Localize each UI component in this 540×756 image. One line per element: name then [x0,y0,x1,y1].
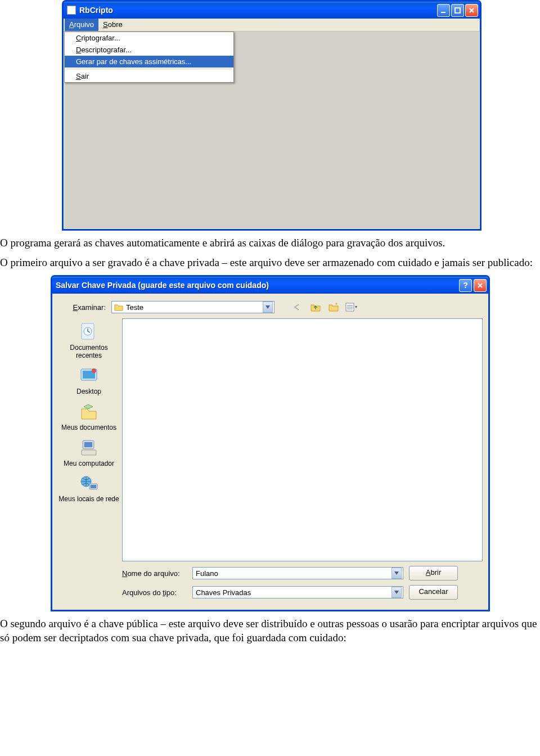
maximize-button[interactable] [451,4,464,17]
menu-item-descriptografar[interactable]: Descriptografar... [65,44,233,56]
folder-icon [114,303,123,311]
open-button[interactable]: Abrir [409,566,458,580]
dialog-title: Salvar Chave Privada (guarde este arquiv… [56,281,459,290]
rbcripto-window: RbCripto Arquivo Sobre [62,0,482,231]
chevron-down-icon[interactable] [392,587,402,598]
look-in-value: Teste [126,303,263,312]
network-icon [78,472,100,494]
chevron-down-icon[interactable] [263,302,273,313]
desktop-icon [78,364,100,387]
places-bar: Documentos recentes Desktop Meus documen… [58,318,120,561]
new-folder-icon[interactable] [327,301,340,313]
place-mydocs[interactable]: Meus documentos [58,400,120,435]
menu-arquivo[interactable]: Arquivo [65,19,98,31]
examinar-label: Examinar: [58,303,106,312]
menubar: Arquivo Sobre [64,19,480,32]
view-menu-icon[interactable] [345,301,358,313]
place-recent-docs[interactable]: Documentos recentes [58,321,120,363]
svg-rect-13 [82,450,96,455]
help-button[interactable]: ? [459,279,472,292]
minimize-button[interactable] [437,4,450,17]
filename-label: Nome do arquivo: [122,569,187,578]
computer-icon [78,436,100,459]
cancel-button[interactable]: Cancelar [409,585,458,600]
svg-point-10 [92,368,96,373]
close-button[interactable] [465,4,478,17]
paragraph-2: O primeiro arquivo a ser gravado é a cha… [0,256,540,270]
save-dialog: Salvar Chave Privada (guarde este arquiv… [51,275,490,611]
dialog-titlebar[interactable]: Salvar Chave Privada (guarde este arquiv… [52,277,488,294]
menu-item-sair[interactable]: Sair [65,70,233,82]
svg-rect-12 [84,442,92,447]
window-title: RbCripto [79,6,437,15]
menu-item-gerar-chaves[interactable]: Gerar par de chaves assimétricas... [65,56,233,68]
back-icon[interactable] [291,301,304,313]
chevron-down-icon[interactable] [392,568,402,579]
app-icon [67,6,76,15]
up-folder-icon[interactable] [309,301,322,313]
mydocs-icon [78,400,100,423]
svg-rect-0 [441,12,446,13]
svg-rect-1 [455,8,460,13]
menu-separator [66,69,232,69]
place-desktop[interactable]: Desktop [58,364,120,399]
look-in-combo[interactable]: Teste [111,301,274,313]
paragraph-1: O programa gerará as chaves automaticame… [0,236,540,250]
titlebar[interactable]: RbCripto [64,2,480,19]
place-network[interactable]: Meus locais de rede [58,472,120,507]
svg-rect-16 [91,485,96,488]
file-listing[interactable] [122,318,483,561]
filetype-field[interactable]: Chaves Privadas [192,586,403,598]
menu-sobre[interactable]: Sobre [98,19,127,31]
dialog-close-button[interactable] [474,279,487,292]
recent-docs-icon [78,321,100,343]
place-mycomputer[interactable]: Meu computador [58,436,120,471]
paragraph-3: O segundo arquivo é a chave pública – es… [0,617,540,645]
client-area: Criptografar... Descriptografar... Gerar… [64,32,480,229]
filetype-label: Arquivos do tipo: [122,588,187,597]
filename-field[interactable]: Fulano [192,567,403,579]
arquivo-dropdown: Criptografar... Descriptografar... Gerar… [64,32,234,83]
menu-item-criptografar[interactable]: Criptografar... [65,32,233,44]
